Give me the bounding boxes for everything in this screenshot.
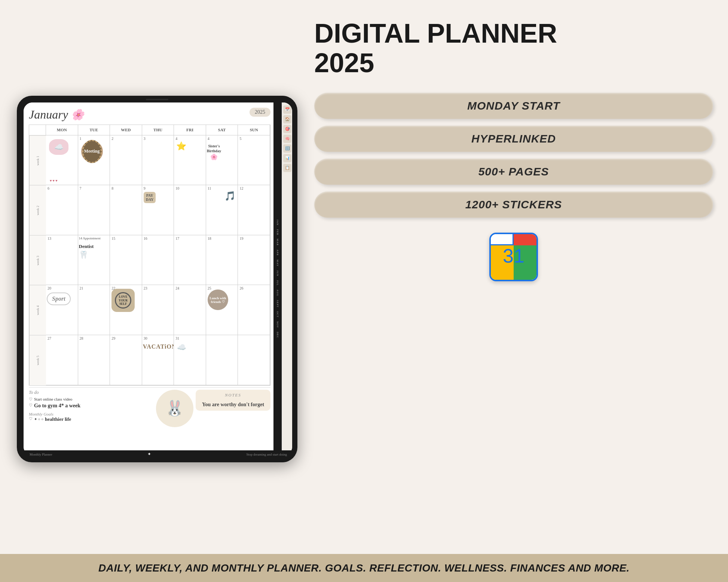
goals-section: Monthly Goals ♡ ✦ ○ ○ healthier life [29,412,152,422]
right-icon-panel: 📅 🏠 🎯 🧠 🔢 📊 📋 [282,102,292,456]
cal-cell-w3-wed: 15 [110,235,142,285]
title-line1: DIGITAL PLANNER [314,19,713,48]
calendar-grid: MON TUE WED THU FRI SAT SUN week 1 ☁️ [29,125,270,386]
cal-cell-w1-fri: 4 ⭐ [174,135,206,186]
tab-jun[interactable]: JUN [275,269,280,278]
vacation-sticker: VACATiON [143,343,174,350]
star-sticker: ⭐ [176,141,186,151]
feature-monday-start: MONDAY START [314,93,713,119]
planner-notes: To do ♡ Start online class video ♡ Go to… [29,387,270,453]
tab-may[interactable]: MAY [275,258,280,268]
cal-cell-w3-thu: 16 [142,235,174,285]
col-sun: SUN [238,125,270,135]
icon-chart[interactable]: 📊 [283,154,291,162]
gcal-top-left [491,234,514,245]
month-sidebar-tabs[interactable]: JAN FEB MAR APR MAY JUN JUL AUG SEPT OCT… [273,102,282,456]
flower-decoration: 🌸 [71,108,84,121]
cloud-emoji: ☁️ [177,343,186,352]
cal-cell-w3-tue: 14 Appointment Dentist 🦷 [78,235,110,285]
todo-item-2: ♡ Go to gym 4* a week [29,403,152,409]
title-line2: 2025 [314,48,713,78]
tab-jan[interactable]: JAN [275,218,280,227]
cal-cell-w5-thu: 30 VACATiON [142,335,174,385]
payday-sticker: PAYDAY [144,192,156,203]
planner-footer: Monthly Planner ✦ Stop dreaming and star… [24,450,293,459]
feature-stickers: 1200+ STICKERS [314,192,713,218]
tab-nov[interactable]: NOV [275,320,280,330]
cal-cell-w4-fri: 24 [174,285,206,335]
icon-target[interactable]: 🎯 [283,125,291,133]
tab-oct[interactable]: OCT [275,310,280,319]
features-list: MONDAY START HYPERLINKED 500+ PAGES 1200… [314,93,713,218]
todo-item-1: ♡ Start online class video [29,397,152,402]
tablet: January 🌸 2025 MON TUE WED THU FRI [17,96,297,462]
cal-cell-w4-wed: 22 LOVEYOURSELF [110,285,142,335]
cloud-sticker: ☁️ [49,139,68,155]
planner-content: January 🌸 2025 MON TUE WED THU FRI [24,102,273,456]
tab-jul[interactable]: JUL [275,279,280,287]
notes-area: 🐰 NOTES You are worthy don't forget [156,390,270,453]
notes-box: NOTES You are worthy don't forget [196,390,270,411]
week-5-label: week 5 [29,335,46,385]
goals-title: Monthly Goals [29,412,152,416]
cal-cell-w3-mon: 13 [46,235,78,285]
col-mon: MON [46,125,78,135]
cal-cell-w5-tue: 28 [78,335,110,385]
sport-sticker: Sport [47,292,71,305]
tab-dec[interactable]: DEC [275,330,280,340]
music-sticker: 🎵 [224,191,236,201]
tab-feb[interactable]: FEB [275,228,280,237]
planner-header: January 🌸 2025 [29,108,270,122]
cal-cell-w2-wed: 8 [110,185,142,235]
cal-cell-w4-sun: 26 [238,285,270,335]
cal-corner [29,125,46,135]
tablet-screen: January 🌸 2025 MON TUE WED THU FRI [24,102,292,456]
lunch-sticker: Lunch with friends ♡ [208,290,228,310]
love-yourself-sticker: LOVEYOURSELF [111,289,135,312]
bunny-sticker: 🐰 [156,390,193,427]
cal-cell-w2-thu: 9 PAYDAY [142,185,174,235]
footer-right: Stop dreaming and start doing [247,453,287,456]
icon-list[interactable]: 📋 [283,164,291,172]
week-3-label: week 3 [29,235,46,285]
icon-home[interactable]: 🏠 [283,115,291,123]
product-title: DIGITAL PLANNER 2025 [314,19,713,78]
icon-calculator[interactable]: 🔢 [283,144,291,153]
right-content: DIGITAL PLANNER 2025 MONDAY START HYPERL… [314,11,713,546]
tab-mar[interactable]: MAR [275,237,280,247]
cal-cell-w5-fri: 31 ☁️ [174,335,206,385]
cal-cell-w5-wed: 29 [110,335,142,385]
cal-cell-w3-fri: 17 [174,235,206,285]
cal-cell-w1-sun: 5 [238,135,270,186]
notes-label: NOTES [225,393,241,397]
notes-text: You are worthy don't forget [202,402,264,408]
week-4-label: week 4 [29,285,46,335]
todo-section: To do ♡ Start online class video ♡ Go to… [29,390,152,453]
goal-item-1: ♡ ✦ ○ ○ healthier life [29,416,152,422]
tab-aug[interactable]: AUG [275,288,280,298]
cal-cell-w2-mon: 6 [46,185,78,235]
birthday-sticker: Sister'sBirthday 🌸 [207,140,221,160]
todo-title: To do [29,390,152,395]
cal-cell-w4-tue: 21 [78,285,110,335]
bottom-banner: DAILY, WEEKLY, AND MONTHLY PLANNER. GOAL… [0,554,728,582]
week-1-label: week 1 [29,135,46,186]
cal-cell-w1-mon: ☁️ ♥ ♥ ♥ [46,135,78,186]
tab-apr[interactable]: APR [275,248,280,257]
cal-cell-w3-sat: 18 [206,235,238,285]
col-wed: WED [110,125,142,135]
cal-cell-w1-sat: 4 Sister'sBirthday 🌸 [206,135,238,186]
tab-sept[interactable]: SEPT [275,298,280,309]
icon-brain[interactable]: 🧠 [283,135,291,143]
feature-pages: 500+ PAGES [314,159,713,185]
cal-cell-w2-tue: 7 [78,185,110,235]
cal-cell-w4-thu: 23 [142,285,174,335]
cal-cell-w3-sun: 19 [238,235,270,285]
cal-cell-w2-fri: 10 [174,185,206,235]
month-title: January 🌸 [29,108,84,122]
week-2-label: week 2 [29,185,46,235]
col-sat: SAT [206,125,238,135]
feature-hyperlinked: HYPERLINKED [314,126,713,152]
cal-cell-w4-sat: 25 Lunch with friends ♡ [206,285,238,335]
icon-calendar[interactable]: 📅 [283,105,291,114]
